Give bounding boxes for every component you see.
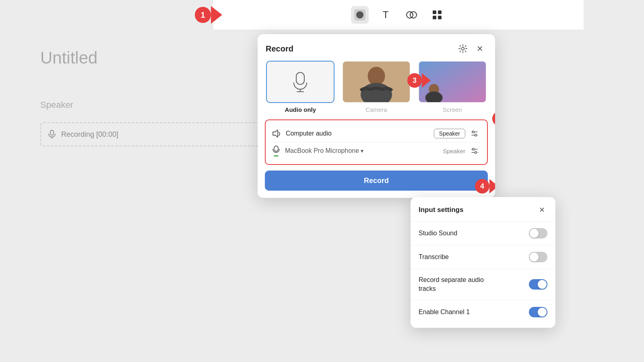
speaker-label: Speaker xyxy=(40,100,274,110)
modal-close-btn[interactable]: ✕ xyxy=(473,41,487,56)
shape-icon xyxy=(406,9,417,21)
audio-only-label: Audio only xyxy=(285,106,316,113)
record-modal: Record 3 ✕ 2 xyxy=(258,34,495,198)
mode-selector: 2 Audio only xyxy=(258,61,495,119)
panel-close-btn[interactable]: ✕ xyxy=(536,204,547,216)
mic-level-indicator xyxy=(274,155,279,156)
mic-dropdown-chevron: ▾ xyxy=(361,148,363,154)
grid-icon xyxy=(432,10,442,20)
input-settings-panel: Input settings ✕ Studio Sound Transcribe… xyxy=(411,197,555,328)
studio-sound-toggle[interactable] xyxy=(529,228,547,239)
svg-point-22 xyxy=(475,134,477,136)
microphone-row: MacBook Pro Microphone ▾ Speaker 5 xyxy=(272,142,481,159)
recording-bar: Recording [00:00] xyxy=(40,122,274,146)
settings-gear-btn[interactable] xyxy=(456,41,470,56)
badge-1: 1 xyxy=(195,7,211,23)
grid-toolbar-btn[interactable] xyxy=(428,6,446,24)
page-content: Untitled Speaker Recording [00:00] xyxy=(24,32,290,162)
enable-channel1-label: Enable Channel 1 xyxy=(419,308,470,317)
mode-audio-only[interactable]: Audio only xyxy=(266,61,334,113)
mic-settings-btn[interactable] xyxy=(469,145,481,157)
badge-1-arrow xyxy=(211,6,222,24)
audio-left-computer: Computer audio xyxy=(272,129,434,138)
transcribe-label: Transcribe xyxy=(419,253,449,261)
computer-audio-label: Computer audio xyxy=(286,130,332,137)
panel-title: Input settings xyxy=(419,206,463,214)
audio-settings: 4 Computer audio Speaker 6 xyxy=(265,119,488,165)
modal-header: Record 3 ✕ xyxy=(258,34,495,61)
setting-separate-tracks: Record separate audio tracks xyxy=(411,269,555,300)
svg-rect-6 xyxy=(50,130,54,135)
mic-large-icon xyxy=(291,72,309,93)
separate-tracks-label: Record separate audio tracks xyxy=(419,276,499,294)
speaker-tag-computer: Speaker xyxy=(434,129,465,138)
screen-label: Screen xyxy=(443,106,462,113)
audio-only-thumbnail xyxy=(266,61,334,103)
mic-name-label: MacBook Pro Microphone xyxy=(285,147,359,154)
mic-selector[interactable]: MacBook Pro Microphone ▾ xyxy=(285,147,363,154)
svg-rect-4 xyxy=(433,16,436,19)
mic-row-icon xyxy=(272,146,280,154)
modal-title: Record xyxy=(266,44,293,53)
page-title: Untitled xyxy=(40,48,274,68)
svg-rect-9 xyxy=(296,72,304,84)
svg-point-27 xyxy=(475,152,477,154)
sliders-icon-mic xyxy=(471,147,478,154)
transcribe-toggle[interactable] xyxy=(529,252,547,262)
camera-label: Camera xyxy=(365,106,387,113)
svg-rect-5 xyxy=(438,16,442,19)
badge-3-arrow xyxy=(422,73,431,88)
separate-tracks-toggle[interactable] xyxy=(529,279,547,290)
svg-marker-18 xyxy=(273,130,278,137)
panel-header: Input settings ✕ xyxy=(411,197,555,222)
audio-right-mic: Speaker 5 xyxy=(443,145,481,157)
studio-sound-label: Studio Sound xyxy=(419,229,457,238)
setting-transcribe: Transcribe xyxy=(411,245,555,269)
recording-time-label: Recording [00:00] xyxy=(61,130,118,139)
record-action-btn[interactable]: Record xyxy=(265,171,488,191)
computer-audio-row: Computer audio Speaker 6 xyxy=(272,125,481,142)
sliders-icon-computer xyxy=(471,130,478,137)
badge-2: 2 xyxy=(492,111,495,126)
badge-4: 4 xyxy=(475,179,489,193)
audio-right-computer: Speaker 6 xyxy=(434,128,481,140)
shape-toolbar-btn[interactable] xyxy=(402,6,420,24)
camera-preview xyxy=(343,62,410,102)
mic-speaker-label: Speaker xyxy=(443,148,465,154)
mic-icon-recording xyxy=(47,130,56,139)
audio-left-mic: MacBook Pro Microphone ▾ xyxy=(272,146,443,156)
gear-icon xyxy=(458,44,467,53)
camera-person-svg xyxy=(343,62,410,102)
camera-thumbnail xyxy=(342,61,411,103)
modal-header-actions: 3 ✕ xyxy=(456,41,487,56)
enable-channel1-toggle[interactable] xyxy=(529,307,547,317)
badge-4-arrow xyxy=(489,179,495,193)
svg-point-8 xyxy=(462,47,464,50)
toolbar: 1 T xyxy=(213,0,584,30)
computer-audio-settings-btn[interactable] xyxy=(469,128,481,140)
setting-studio-sound: Studio Sound xyxy=(411,222,555,245)
record-toolbar-btn[interactable] xyxy=(351,6,369,24)
svg-rect-3 xyxy=(438,10,442,14)
svg-rect-23 xyxy=(274,146,278,151)
mode-camera[interactable]: Camera xyxy=(342,61,411,113)
svg-point-26 xyxy=(473,148,475,150)
svg-point-21 xyxy=(473,131,475,133)
badge-3: 3 xyxy=(407,73,422,88)
speaker-icon xyxy=(272,129,281,138)
text-toolbar-btn[interactable]: T xyxy=(377,6,394,24)
setting-enable-channel1: Enable Channel 1 xyxy=(411,300,555,324)
svg-point-13 xyxy=(368,67,385,86)
svg-rect-2 xyxy=(433,10,436,14)
